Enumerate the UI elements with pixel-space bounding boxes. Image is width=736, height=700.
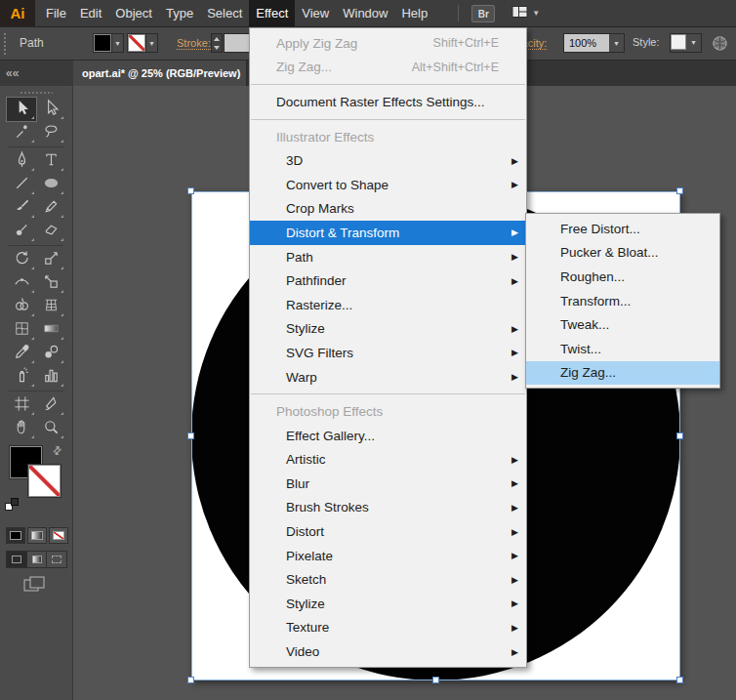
menu-item-brush-strokes[interactable]: Brush Strokes▶ xyxy=(250,496,526,520)
stroke-swatch-none[interactable] xyxy=(128,34,145,52)
menu-item-convert-to-shape[interactable]: Convert to Shape▶ xyxy=(250,173,526,197)
color-button[interactable] xyxy=(6,527,25,544)
menu-item-pixelate[interactable]: Pixelate▶ xyxy=(250,544,526,568)
selection-handle-mid-left[interactable] xyxy=(187,432,194,439)
style-dropdown-arrow-icon[interactable]: ▼ xyxy=(686,34,701,50)
blend-tool-button[interactable] xyxy=(36,342,65,365)
menubar-item-view[interactable]: View xyxy=(295,0,336,26)
menubar-item-type[interactable]: Type xyxy=(159,0,200,26)
menu-item-blur[interactable]: Blur▶ xyxy=(250,472,526,496)
selection-handle-bottom-left[interactable] xyxy=(187,677,194,683)
submenu-item-pucker-bloat[interactable]: Pucker & Bloat... xyxy=(526,241,719,266)
menu-item-pathfinder[interactable]: Pathfinder▶ xyxy=(250,268,526,293)
menu-item-stylize[interactable]: Stylize▶ xyxy=(250,592,526,616)
screen-mode-button[interactable] xyxy=(23,576,47,597)
type-tool-button[interactable] xyxy=(36,149,65,173)
swap-fill-stroke-icon[interactable]: ⇄ xyxy=(50,443,65,459)
menu-item-distort-transform[interactable]: Distort & Transform▶ xyxy=(250,221,526,245)
pen-tool-button[interactable] xyxy=(7,149,36,173)
style-swatch[interactable] xyxy=(671,34,686,50)
opacity-dropdown[interactable]: 100% ▼ xyxy=(563,33,625,53)
menu-item-artistic[interactable]: Artistic▶ xyxy=(250,448,526,473)
control-bar-grip[interactable] xyxy=(3,32,8,56)
selection-handle-top-left[interactable] xyxy=(187,187,194,194)
menu-item-document-raster-effects-settings[interactable]: Document Raster Effects Settings...▶ xyxy=(250,90,526,114)
menu-item-warp[interactable]: Warp▶ xyxy=(250,365,526,390)
blob-brush-tool-button[interactable] xyxy=(7,220,36,243)
slice-tool-button[interactable] xyxy=(36,393,65,417)
mesh-tool-button[interactable] xyxy=(7,318,36,342)
scale-tool-button[interactable] xyxy=(36,248,65,271)
menu-item-3d[interactable]: 3D▶ xyxy=(250,148,526,173)
submenu-item-roughen[interactable]: Roughen... xyxy=(526,265,719,289)
selection-handle-bottom-right[interactable] xyxy=(676,677,683,683)
ellipse-tool-button[interactable] xyxy=(36,173,65,196)
symbol-sprayer-tool-button[interactable] xyxy=(7,365,36,389)
stepper-down-icon[interactable] xyxy=(212,43,222,52)
column-graph-tool-button[interactable] xyxy=(36,365,65,389)
style-dropdown[interactable]: ▼ xyxy=(670,33,702,53)
gradient-tool-button[interactable] xyxy=(36,318,65,342)
lasso-tool-button[interactable] xyxy=(36,121,65,144)
menubar-item-edit[interactable]: Edit xyxy=(73,0,108,26)
menu-item-effect-gallery[interactable]: Effect Gallery...▶ xyxy=(250,424,526,448)
sphere-icon[interactable] xyxy=(712,35,728,56)
menu-item-video[interactable]: Video▶ xyxy=(250,639,526,664)
stroke-color-well[interactable] xyxy=(28,465,61,497)
selection-handle-bottom-mid[interactable] xyxy=(432,677,439,683)
submenu-item-zig-zag[interactable]: Zig Zag... xyxy=(526,361,719,386)
stroke-panel-link[interactable]: Stroke: xyxy=(177,37,211,50)
pencil-tool-button[interactable] xyxy=(36,196,65,220)
menu-item-path[interactable]: Path▶ xyxy=(250,245,526,269)
direct-selection-tool-button[interactable] xyxy=(36,98,65,121)
submenu-item-transform[interactable]: Transform... xyxy=(526,289,719,313)
stroke-weight-stepper[interactable] xyxy=(211,33,223,53)
fill-dropdown-arrow-icon[interactable]: ▼ xyxy=(111,34,123,52)
submenu-item-tweak[interactable]: Tweak... xyxy=(526,312,719,337)
paintbrush-tool-button[interactable] xyxy=(7,196,36,220)
none-button[interactable] xyxy=(49,527,68,544)
rotate-tool-button[interactable] xyxy=(7,248,36,271)
stroke-dropdown-arrow-icon[interactable]: ▼ xyxy=(145,34,157,52)
draw-normal-button[interactable] xyxy=(7,552,27,567)
free-transform-tool-button[interactable] xyxy=(36,271,65,295)
stepper-up-icon[interactable] xyxy=(212,34,222,43)
menubar-item-object[interactable]: Object xyxy=(108,0,159,26)
hand-tool-button[interactable] xyxy=(7,417,36,440)
menubar-item-file[interactable]: File xyxy=(39,0,73,26)
menu-item-rasterize[interactable]: Rasterize...▶ xyxy=(250,293,526,317)
menu-item-stylize[interactable]: Stylize▶ xyxy=(250,317,526,342)
draw-inside-button[interactable] xyxy=(47,552,66,567)
tools-panel-grip[interactable] xyxy=(20,91,53,95)
selection-tool-button[interactable] xyxy=(7,98,36,121)
menubar-item-window[interactable]: Window xyxy=(336,0,394,26)
default-fill-stroke-icon[interactable] xyxy=(5,498,20,512)
menubar-item-effect[interactable]: Effect xyxy=(249,0,295,26)
selection-handle-top-right[interactable] xyxy=(676,187,683,194)
eraser-tool-button[interactable] xyxy=(36,220,65,243)
menu-item-sketch[interactable]: Sketch▶ xyxy=(250,567,526,592)
fill-color-control[interactable]: ▼ xyxy=(93,33,124,53)
menu-item-texture[interactable]: Texture▶ xyxy=(250,616,526,640)
gradient-button[interactable] xyxy=(27,527,47,544)
artboard-tool-button[interactable] xyxy=(7,393,36,417)
menubar-item-help[interactable]: Help xyxy=(394,0,434,26)
eyedropper-tool-button[interactable] xyxy=(7,342,36,365)
document-tab[interactable]: opart.ai* @ 25% (RGB/Preview) xyxy=(73,61,247,86)
menu-item-distort[interactable]: Distort▶ xyxy=(250,519,526,544)
stroke-color-control[interactable]: ▼ xyxy=(127,33,158,53)
opacity-dropdown-arrow-icon[interactable]: ▼ xyxy=(609,34,624,52)
magic-wand-tool-button[interactable] xyxy=(7,121,36,144)
submenu-item-twist[interactable]: Twist... xyxy=(526,337,719,361)
opacity-value[interactable]: 100% xyxy=(564,34,609,52)
fill-swatch-black[interactable] xyxy=(94,34,111,52)
workspace-switcher-button[interactable]: ▼ xyxy=(511,0,540,26)
menu-item-crop-marks[interactable]: Crop Marks▶ xyxy=(250,197,526,222)
menu-item-svg-filters[interactable]: SVG Filters▶ xyxy=(250,341,526,365)
shape-builder-tool-button[interactable] xyxy=(7,295,36,318)
bridge-button[interactable]: Br xyxy=(471,5,495,22)
perspective-grid-tool-button[interactable] xyxy=(36,295,65,318)
line-segment-tool-button[interactable] xyxy=(7,173,36,196)
menubar-item-select[interactable]: Select xyxy=(200,0,249,26)
zoom-tool-button[interactable] xyxy=(36,417,65,440)
